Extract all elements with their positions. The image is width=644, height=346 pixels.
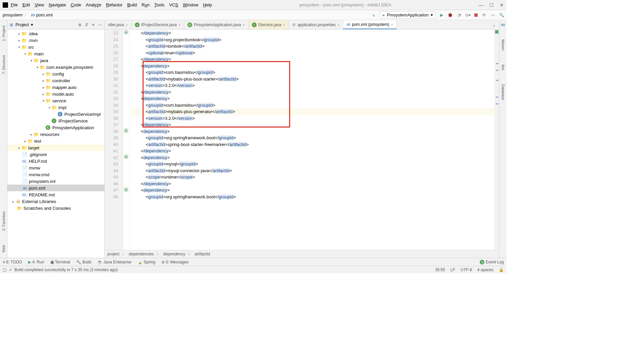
tree-node-test[interactable]: ▸📁test (7, 138, 104, 144)
tab-controller[interactable]: oller.java× (105, 20, 131, 29)
tab-pom[interactable]: mpom.xml (pmsystem)× (343, 20, 396, 29)
maven-tool-icon[interactable]: m (501, 22, 505, 27)
crumb-dependency[interactable]: dependency (163, 252, 185, 256)
tool-tab-build[interactable]: 🔨 Build (76, 260, 91, 264)
debug-button[interactable]: 🐞 (447, 12, 453, 17)
project-dropdown-icon[interactable]: ▾ (31, 22, 33, 27)
coverage-button[interactable]: ◔ (457, 13, 462, 17)
tree-node-package[interactable]: ▾📁com.example.pmsystem (7, 64, 104, 70)
profile-button[interactable]: ⊙▾ (466, 13, 470, 17)
tree-node-iprojectservice[interactable]: IIProjectService (7, 117, 104, 124)
project-tree[interactable]: ▸📁.idea ▸📁.mvn ▾📁src ▾📁main ▾📁java ▾📁com… (7, 30, 104, 258)
menu-edit[interactable]: Edit (22, 2, 30, 7)
lock-icon[interactable]: 🔓 (499, 267, 504, 272)
menu-vcs[interactable]: VCS (169, 2, 178, 7)
menu-refactor[interactable]: Refactor (106, 2, 122, 7)
run-gutter-icon[interactable]: ● (124, 154, 128, 159)
run-gutter-icon[interactable]: ● (124, 30, 128, 35)
tree-node-gitignore[interactable]: 📄.gitignore (7, 151, 104, 158)
tool-tab-eventlog[interactable]: 1Event Log (480, 260, 504, 264)
menu-help[interactable]: Help (203, 2, 212, 7)
run-configuration-dropdown[interactable]: ▸ PmsystemApplication ▾ (380, 11, 436, 18)
crumb-artifactid[interactable]: artifactId (195, 252, 210, 256)
breadcrumb-file[interactable]: m pom.xml (31, 12, 53, 17)
tree-node-projectserviceimpl[interactable]: CProjectServiceImpl (7, 111, 104, 117)
tree-node-target[interactable]: ▸📁target (7, 144, 104, 151)
maximize-button[interactable]: ☐ (489, 2, 494, 8)
tree-node-java[interactable]: ▾📁java (7, 57, 104, 64)
tree-node-pmsystemapplication[interactable]: CPmsystemApplication (7, 124, 104, 131)
menu-view[interactable]: View (35, 2, 44, 7)
menu-run[interactable]: Run (142, 2, 150, 7)
close-icon[interactable]: × (283, 23, 285, 27)
tree-node-resources[interactable]: ▸📁resources (7, 131, 104, 138)
hide-icon[interactable]: — (98, 22, 102, 27)
tool-tab-project[interactable]: 1: Project (1, 23, 6, 43)
editor[interactable]: 2324252627282930313233343536373839404142… (105, 30, 499, 250)
build-icon[interactable]: ↘ (371, 13, 376, 17)
tree-node-main[interactable]: ▾📁main (7, 50, 104, 57)
tree-node-model[interactable]: ▸📁model.auto (7, 91, 104, 97)
tool-tab-javaee[interactable]: ☕ Java Enterprise (97, 260, 131, 264)
tree-node-src[interactable]: ▾📁src (7, 44, 104, 50)
menu-code[interactable]: Code (71, 2, 81, 7)
tab-pmsystemapplication[interactable]: CPmsystemApplication.java× (184, 20, 249, 29)
tree-node-mapper[interactable]: ▸📁mapper.auto (7, 84, 104, 91)
menu-window[interactable]: Window (183, 2, 198, 7)
tree-node-iml[interactable]: 📄pmsystem.iml (7, 178, 104, 185)
tree-node-impl[interactable]: ▾📁impl (7, 104, 104, 111)
tree-node-scratch[interactable]: 📁Scratches and Consoles (7, 205, 104, 211)
breadcrumb-root[interactable]: pmsystem (3, 12, 22, 17)
tree-node-help[interactable]: M↓HELP.md (7, 158, 104, 164)
tool-tab-maven[interactable]: Maven (500, 37, 506, 52)
tab-overflow[interactable]: ⌄ (489, 20, 499, 29)
tab-application-properties[interactable]: ⚙application.properties× (289, 20, 343, 29)
status-icon[interactable]: ▢ (3, 267, 6, 272)
locate-icon[interactable]: ⊕ (77, 22, 82, 27)
menu-build[interactable]: Build (127, 2, 137, 7)
crumb-project[interactable]: project (107, 252, 119, 256)
menu-analyze[interactable]: Analyze (86, 2, 101, 7)
tree-node-controller[interactable]: ▸📁controller (7, 77, 104, 84)
tool-tab-ant[interactable]: Ant (500, 62, 506, 72)
expand-icon[interactable]: ⇵ (84, 22, 89, 27)
tree-node-mvn[interactable]: ▸📁.mvn (7, 37, 104, 44)
tool-tab-database[interactable]: Database (500, 82, 506, 102)
tree-node-idea[interactable]: ▸📁.idea (7, 30, 104, 37)
line-ending[interactable]: LF (450, 267, 455, 272)
close-button[interactable]: ✕ (500, 2, 504, 8)
menu-tools[interactable]: Tools (154, 2, 164, 7)
project-structure-button[interactable]: ▭ (490, 13, 495, 17)
tree-node-service[interactable]: ▾📁service (7, 97, 104, 104)
menu-navigate[interactable]: Navigate (49, 2, 66, 7)
tab-iprojectservice[interactable]: IIProjectService.java× (131, 20, 184, 29)
tool-tab-spring[interactable]: 🍃 Spring (138, 260, 155, 264)
error-stripe[interactable] (494, 30, 499, 250)
tool-tab-run[interactable]: ▶ 4: Run (28, 260, 44, 264)
settings-icon[interactable]: ✶ (91, 22, 96, 27)
close-icon[interactable]: × (391, 22, 393, 27)
search-button[interactable]: 🔍 (499, 13, 504, 17)
tool-tab-messages[interactable]: ⊘ 0: Messages (161, 260, 189, 264)
tree-node-extlib[interactable]: ▸🏛External Libraries (7, 198, 104, 205)
run-button[interactable]: ▶ (440, 12, 443, 17)
tab-iservice[interactable]: IIService.java× (249, 20, 289, 29)
minimize-button[interactable]: — (479, 2, 483, 8)
menu-file[interactable]: File (11, 2, 18, 7)
tree-node-readme[interactable]: M↓README.md (7, 191, 104, 198)
run-gutter-icon[interactable]: ● (124, 128, 128, 133)
code-area[interactable]: </dependency> <groupId>org.projectlombok… (130, 30, 494, 250)
tree-node-config[interactable]: ▸📁config (7, 70, 104, 77)
stop-button[interactable] (474, 13, 478, 17)
close-icon[interactable]: × (178, 23, 180, 27)
tree-node-mvnwcmd[interactable]: 📄mvnw.cmd (7, 171, 104, 178)
tree-node-mvnw[interactable]: 📄mvnw (7, 164, 104, 171)
close-icon[interactable]: × (125, 23, 127, 27)
tool-tab-web[interactable]: Web (1, 243, 6, 254)
run-gutter-icon[interactable]: ● (124, 187, 128, 192)
tool-tab-structure[interactable]: 7: Structure (1, 53, 6, 76)
cursor-position[interactable]: 35:55 (435, 267, 445, 272)
update-button[interactable]: ⟳ (482, 13, 486, 17)
tool-tab-todo[interactable]: ≡ 6: TODO (3, 260, 22, 264)
indent[interactable]: 4 spaces (477, 267, 493, 272)
